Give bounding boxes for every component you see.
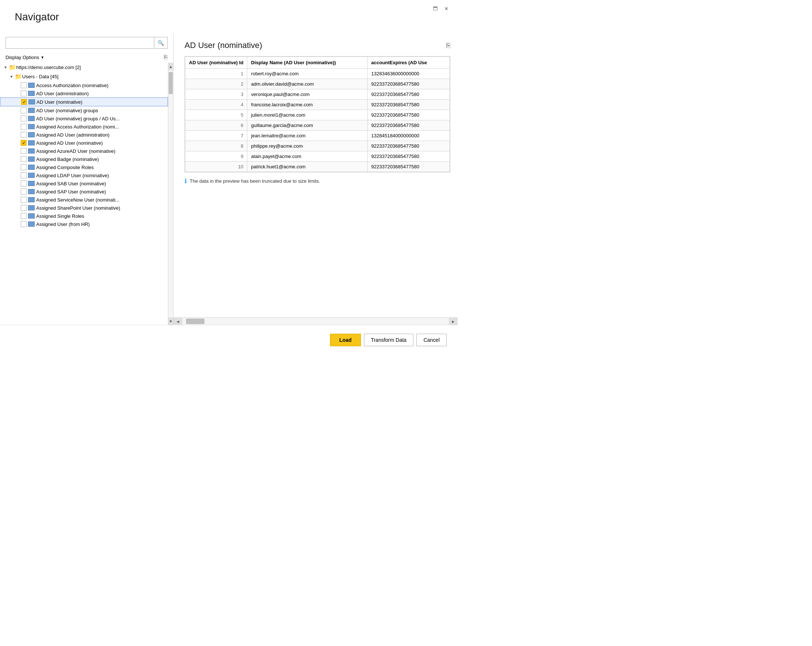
item-label-5: AD User (nominative) groups / AD Us... [36,116,120,121]
table-icon-2 [28,91,35,96]
checkbox-6[interactable] [21,124,27,130]
right-header: AD User (nominative) ⎘ [185,41,450,50]
cell-email: alain.payet@acme.com [247,151,367,162]
tree-item-17[interactable]: Assigned Single Roles [0,212,168,220]
table-icon-12 [28,173,35,178]
item-label-11: Assigned Composite Roles [36,165,94,170]
table-icon-18 [28,221,35,227]
item-label-1: Access Authorization (nominative) [36,83,108,88]
minimize-button[interactable]: 🗖 [431,5,439,12]
cell-num: 6 [185,120,247,131]
col-header-display: Display Name (AD User (nominative)) [247,57,367,69]
tree-item-4[interactable]: AD User (nominative) groups [0,106,168,115]
tree-item-2[interactable]: AD User (administration) [0,89,168,98]
table-icon-16 [28,205,35,211]
tree-item-8[interactable]: ✓ Assigned AD User (nominative) [0,139,168,147]
checkbox-5[interactable] [21,116,27,121]
tree-item-15[interactable]: Assigned ServiceNow User (nominati... [0,195,168,204]
tree-item-14[interactable]: Assigned SAP User (nominative) [0,188,168,195]
checkbox-18[interactable] [21,221,27,227]
data-table-wrapper: AD User (nominative) Id Display Name (AD… [185,56,450,173]
tree-item-11[interactable]: Assigned Composite Roles [0,163,168,171]
app-title: Navigator [15,11,59,23]
right-title: AD User (nominative) [185,41,262,50]
checkbox-12[interactable] [21,173,27,178]
cancel-button[interactable]: Cancel [416,334,447,346]
table-row: 4 francoise.lacroix@acme.com 92233720368… [185,100,450,110]
export-icon[interactable]: ⎘ [164,54,168,61]
checkbox-15[interactable] [21,197,27,203]
col-header-id: AD User (nominative) Id [185,57,247,69]
chevron-down-icon: ▼ [41,55,44,60]
cell-num: 10 [185,162,247,172]
tree-item-6[interactable]: Assigned Access Authorization (nomi... [0,122,168,131]
display-options-label: Display Options [6,55,39,60]
checkbox-8[interactable]: ✓ [21,140,27,146]
search-input[interactable] [6,37,154,49]
table-icon-3 [28,99,35,104]
display-options-button[interactable]: Display Options ▼ [6,55,44,60]
cell-expires: 922337203685477580 [367,79,450,89]
checkbox-4[interactable] [21,107,27,113]
horizontal-scrollbar[interactable]: ◄ ► [174,318,458,325]
scroll-down-button[interactable]: ▼ [168,318,173,325]
item-label-9: Assigned AzureAD User (nominative) [36,148,116,154]
tree-item-5[interactable]: AD User (nominative) groups / AD Us... [0,115,168,122]
table-icon-8 [28,140,35,145]
table-row: 10 patrick.huet1@acme.com 92233720368547… [185,162,450,172]
checkbox-10[interactable] [21,156,27,162]
scroll-right-button[interactable]: ► [449,318,458,325]
tree-item-18[interactable]: Assigned User (from HR) [0,220,168,228]
tree-item-12[interactable]: Assigned LDAP User (nominative) [0,171,168,179]
tree-item-7[interactable]: Assigned AD User (administration) [0,131,168,139]
checkbox-13[interactable] [21,180,27,186]
tree-item-1[interactable]: Access Authorization (nominative) [0,81,168,89]
tree-area: ▼ 📁 https://demo.usercube.com [2] ▼ 📁 Us… [0,63,173,325]
table-row: 8 philippe.rey@acme.com 9223372036854775… [185,141,450,151]
right-export-icon[interactable]: ⎘ [446,42,450,49]
checkbox-9[interactable] [21,148,27,154]
checkbox-17[interactable] [21,213,27,219]
checkbox-2[interactable] [21,90,27,96]
tree-item-3[interactable]: ✓ AD User (nominative) [0,98,168,106]
tree-root-node[interactable]: ▼ 📁 https://demo.usercube.com [2] [0,63,168,72]
scroll-left-button[interactable]: ◄ [174,318,182,325]
scroll-thumb[interactable] [169,72,173,94]
table-icon-4 [28,108,35,113]
close-button[interactable]: ✕ [442,5,450,12]
transform-data-button[interactable]: Transform Data [364,334,414,346]
tree-item-10[interactable]: Assigned Badge (nominative) [0,155,168,163]
cell-num: 8 [185,141,247,151]
checkbox-3[interactable]: ✓ [21,99,27,105]
folder-icon-users: 📁 [15,73,22,80]
scroll-up-button[interactable]: ▲ [168,63,173,70]
scroll-track [168,70,173,318]
display-options-row: Display Options ▼ ⎘ [0,52,173,63]
checkbox-14[interactable] [21,189,27,194]
h-scroll-thumb[interactable] [186,319,205,324]
table-row: 7 jean.lemaitre@acme.com 132845184000000… [185,131,450,141]
checkbox-11[interactable] [21,164,27,170]
cell-email: francoise.lacroix@acme.com [247,100,367,110]
checkbox-7[interactable] [21,132,27,138]
left-panel: 🔍 Display Options ▼ ⎘ ▼ 📁 https://demo.u… [0,33,174,325]
item-label-12: Assigned LDAP User (nominative) [36,173,109,178]
collapse-arrow-users: ▼ [9,75,15,79]
collapse-arrow-root: ▼ [4,65,9,69]
cell-expires: 922337203685477580 [367,141,450,151]
cell-num: 2 [185,79,247,89]
search-button[interactable]: 🔍 [154,37,168,49]
table-row: 2 adm.olivier.david@acme.com 92233720368… [185,79,450,89]
tree-item-13[interactable]: Assigned SAB User (nominative) [0,179,168,188]
tree-users-data-node[interactable]: ▼ 📁 Users - Data [45] [0,72,168,81]
tree-item-16[interactable]: Assigned SharePoint User (nominative) [0,204,168,212]
checkbox-16[interactable] [21,205,27,211]
tree-item-9[interactable]: Assigned AzureAD User (nominative) [0,147,168,155]
table-icon-5 [28,116,35,121]
cell-expires: 922337203685477580 [367,100,450,110]
cell-email: guillaume.garcia@acme.com [247,120,367,131]
checkbox-1[interactable] [21,82,27,88]
load-button[interactable]: Load [330,334,360,346]
vertical-scrollbar[interactable]: ▲ ▼ [168,63,173,325]
cell-num: 3 [185,89,247,100]
